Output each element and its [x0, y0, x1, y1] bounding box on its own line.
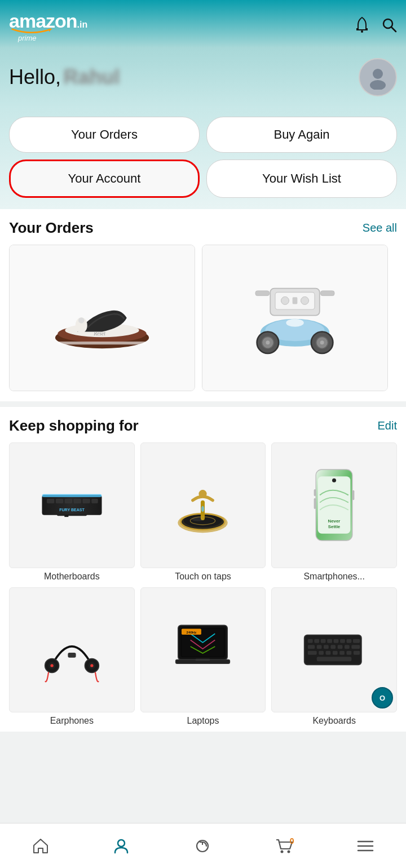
quick-buttons-grid: Your Orders Buy Again Your Account Your … — [0, 108, 406, 209]
phone-svg: Never Settle — [302, 466, 367, 544]
product-item-motherboards[interactable]: FURY BEAST Motherboards — [9, 442, 135, 582]
svg-point-15 — [281, 296, 289, 304]
svg-rect-18 — [255, 291, 270, 296]
product-item-earphones[interactable]: Earphones — [9, 587, 135, 727]
nav-account[interactable] — [113, 838, 130, 854]
scooter-svg — [239, 278, 351, 357]
svg-point-24 — [266, 340, 270, 344]
user-name: Rahul — [64, 65, 120, 88]
greeting-text: Hello, Rahul — [9, 65, 120, 89]
cart-count: 0 — [290, 836, 294, 845]
svg-rect-93 — [347, 651, 352, 655]
svg-point-5 — [370, 80, 386, 90]
svg-rect-94 — [354, 651, 360, 655]
product-item-smartphones[interactable]: Never Settle Smartphones... — [271, 442, 397, 582]
product-item-taps[interactable]: Touch on taps — [140, 442, 266, 582]
slipper-svg: Reset — [46, 278, 158, 357]
scooter-image — [202, 245, 387, 391]
home-icon — [32, 838, 49, 854]
svg-rect-85 — [338, 645, 343, 649]
earphones-label: Earphones — [50, 716, 94, 726]
taps-image — [140, 442, 266, 568]
laptops-image: 240Hz — [140, 587, 266, 713]
svg-rect-76 — [327, 639, 332, 643]
tap-svg — [170, 473, 235, 538]
svg-rect-78 — [340, 639, 345, 643]
svg-point-47 — [201, 506, 204, 512]
product-item-laptops[interactable]: 240Hz Laptops — [140, 587, 266, 727]
svg-rect-77 — [334, 639, 339, 643]
smartphones-label: Smartphones... — [303, 572, 365, 582]
nav-cart[interactable]: 0 — [275, 838, 293, 854]
svg-point-99 — [287, 850, 290, 853]
header-icons — [354, 16, 397, 37]
svg-rect-87 — [351, 645, 360, 649]
greeting-bar: Hello, Rahul — [0, 48, 406, 108]
order-card-slipper[interactable]: Reset — [9, 245, 195, 391]
hello-label: Hello, — [9, 65, 61, 88]
orders-section: Your Orders See all — [0, 209, 406, 401]
svg-rect-17 — [293, 297, 298, 304]
product-grid: FURY BEAST Motherboards — [9, 442, 397, 726]
svg-rect-19 — [321, 291, 335, 296]
svg-rect-57 — [314, 498, 316, 509]
svg-text:Never: Never — [328, 519, 341, 524]
svg-rect-32 — [56, 499, 63, 503]
order-card-scooter[interactable] — [202, 245, 388, 391]
nav-menu[interactable] — [357, 840, 374, 852]
keyboard-svg — [302, 625, 367, 675]
product-item-keyboards[interactable]: O Keyboards — [271, 587, 397, 727]
your-wish-list-button[interactable]: Your Wish List — [206, 160, 397, 198]
keyboards-image: O — [271, 587, 397, 713]
svg-rect-12 — [58, 342, 147, 344]
svg-rect-30 — [42, 495, 102, 515]
svg-line-3 — [391, 27, 396, 32]
svg-text:240Hz: 240Hz — [187, 630, 197, 634]
logo-in: .in — [77, 20, 88, 30]
svg-rect-90 — [326, 651, 331, 655]
svg-text:Settle: Settle — [328, 524, 341, 529]
svg-rect-74 — [314, 639, 319, 643]
svg-rect-35 — [83, 499, 90, 503]
nav-home[interactable] — [32, 838, 49, 854]
svg-rect-82 — [317, 645, 322, 649]
orders-section-title: Your Orders — [9, 219, 94, 237]
svg-marker-0 — [48, 29, 51, 32]
svg-rect-37 — [42, 494, 102, 497]
buy-again-button[interactable]: Buy Again — [206, 117, 397, 153]
laptops-label: Laptops — [187, 716, 219, 726]
svg-rect-39 — [57, 514, 87, 516]
smartphones-image: Never Settle — [271, 442, 397, 568]
svg-rect-95 — [317, 657, 352, 661]
svg-rect-34 — [74, 499, 81, 503]
svg-point-52 — [332, 479, 336, 482]
nav-returns[interactable] — [194, 838, 211, 854]
logo-prime: prime — [18, 34, 87, 42]
svg-rect-31 — [47, 499, 54, 503]
svg-rect-88 — [308, 651, 317, 655]
edit-keep-shopping-link[interactable]: Edit — [378, 419, 397, 432]
your-orders-button[interactable]: Your Orders — [9, 117, 200, 153]
bottom-navigation: 0 — [0, 823, 406, 868]
orders-row: Reset — [9, 245, 397, 396]
svg-rect-80 — [353, 639, 360, 643]
menu-icon — [357, 840, 374, 852]
see-all-orders-link[interactable]: See all — [363, 222, 397, 234]
keep-shopping-header: Keep shopping for Edit — [9, 417, 397, 435]
your-account-button[interactable]: Your Account — [9, 160, 200, 198]
svg-rect-40 — [64, 515, 68, 517]
svg-rect-55 — [352, 490, 355, 501]
keep-shopping-section: Keep shopping for Edit — [0, 407, 406, 732]
keep-shopping-title: Keep shopping for — [9, 417, 139, 435]
svg-rect-91 — [333, 651, 338, 655]
orders-section-header: Your Orders See all — [9, 219, 397, 237]
avatar[interactable] — [359, 58, 397, 96]
alexa-badge: O — [372, 687, 393, 708]
taps-label: Touch on taps — [175, 572, 231, 582]
svg-point-46 — [199, 490, 207, 498]
notification-icon[interactable] — [354, 16, 370, 37]
svg-point-63 — [50, 664, 53, 667]
keyboards-label: Keyboards — [312, 716, 356, 726]
svg-text:Reset: Reset — [93, 330, 105, 336]
search-icon[interactable] — [381, 17, 397, 37]
